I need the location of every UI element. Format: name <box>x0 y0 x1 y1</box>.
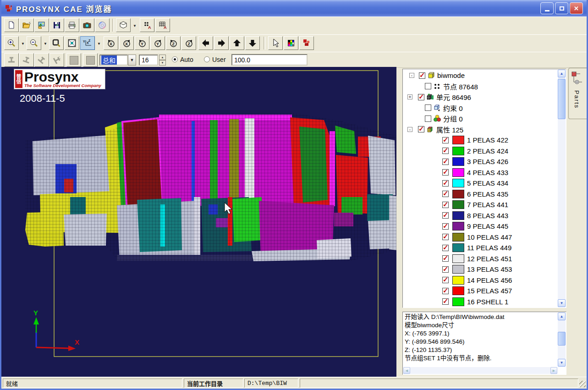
snapshot-button[interactable] <box>80 18 94 32</box>
property-row[interactable]: 13 PELAS 453 <box>404 264 557 275</box>
select-pointer-button[interactable] <box>268 36 283 50</box>
property-checkbox[interactable] <box>442 148 449 154</box>
property-label[interactable]: 14 PELAS 456 <box>467 276 512 284</box>
property-row[interactable]: 6 PELAS 435 <box>404 189 557 200</box>
rotate-z-cw-button[interactable]: Z <box>181 36 196 50</box>
import-image-button[interactable] <box>34 18 49 32</box>
expand-toggle[interactable]: - <box>407 127 412 132</box>
property-row[interactable]: 15 PELAS 457 <box>404 286 557 297</box>
tree-node-row[interactable]: + 单元 86496 <box>404 92 557 103</box>
fit-view-button[interactable] <box>65 36 79 50</box>
scroll-down-button[interactable]: ▼ <box>558 359 566 367</box>
property-label[interactable]: 7 PELAS 441 <box>467 201 508 209</box>
property-row[interactable]: 14 PELAS 456 <box>404 275 557 286</box>
zoom-out-dropdown[interactable]: ▼ <box>42 36 49 51</box>
user-radio[interactable] <box>204 56 210 62</box>
tree-scrollbar[interactable]: ▲ ▼ <box>558 70 566 307</box>
property-checkbox[interactable] <box>442 137 449 143</box>
scroll-right-button[interactable]: ▶ <box>550 367 557 374</box>
scroll-up-button[interactable]: ▲ <box>558 313 566 320</box>
tree-checkbox[interactable] <box>418 94 424 100</box>
pan-down-button[interactable] <box>245 36 260 50</box>
spin-up-icon[interactable]: ▲ <box>159 55 166 60</box>
property-checkbox[interactable] <box>442 234 449 240</box>
scrollbar-thumb[interactable] <box>558 332 566 346</box>
property-row[interactable]: 11 PELAS 449 <box>404 242 557 253</box>
result-type-combo-arrow[interactable]: ▼ <box>128 55 136 66</box>
property-checkbox[interactable] <box>442 202 449 208</box>
parts-tab[interactable]: Parts <box>568 68 587 119</box>
expand-toggle[interactable]: + <box>407 94 412 99</box>
property-checkbox[interactable] <box>442 277 449 283</box>
shade-mode-dropdown[interactable]: ▼ <box>131 18 138 33</box>
tree-checkbox[interactable] <box>418 126 424 132</box>
property-checkbox[interactable] <box>442 180 449 187</box>
tree-node-label[interactable]: 分组 0 <box>443 114 463 123</box>
pan-left-button[interactable] <box>198 36 213 50</box>
zoom-in-dropdown[interactable]: ▼ <box>19 36 27 51</box>
tree-node-label[interactable]: 属性 125 <box>436 125 463 134</box>
tree-checkbox[interactable] <box>425 83 431 89</box>
property-row[interactable]: 16 PSHELL 1 <box>404 297 557 308</box>
property-label[interactable]: 13 PELAS 453 <box>467 265 512 273</box>
rotate-x-ccw-button[interactable]: X <box>104 36 118 50</box>
property-label[interactable]: 10 PELAS 447 <box>467 233 512 241</box>
user-radio-label[interactable]: User <box>212 56 226 63</box>
new-file-button[interactable] <box>4 18 19 32</box>
pan-up-button[interactable] <box>230 36 244 50</box>
property-label[interactable]: 15 PELAS 457 <box>467 287 512 295</box>
property-row[interactable]: 7 PELAS 441 <box>404 199 557 210</box>
rotate-z-ccw-button[interactable]: Z <box>166 36 181 50</box>
shade-mode-button[interactable] <box>116 18 131 32</box>
property-label[interactable]: 12 PELAS 451 <box>467 255 512 263</box>
cd-export-button[interactable] <box>95 18 110 32</box>
property-label[interactable]: 8 PELAS 443 <box>467 212 508 220</box>
log-vscrollbar[interactable]: ▲ ▼ <box>558 313 566 367</box>
tree-checkbox[interactable] <box>425 104 431 111</box>
open-file-button[interactable] <box>19 18 34 32</box>
element-label-toggle-button[interactable]: A <box>155 18 170 32</box>
zoom-window-button[interactable] <box>49 36 64 50</box>
property-checkbox[interactable] <box>442 223 449 230</box>
property-checkbox[interactable] <box>442 159 449 165</box>
model-viewport[interactable]: Y X 普 信 Prosynx The Software Development… <box>1 67 396 377</box>
expand-toggle[interactable]: - <box>409 73 414 78</box>
tree-root-label[interactable]: biwmode <box>437 71 465 79</box>
property-checkbox[interactable] <box>442 191 449 197</box>
property-label[interactable]: 5 PELAS 434 <box>467 179 508 187</box>
prosynx-tool-button[interactable] <box>299 36 314 50</box>
view-orientation-button[interactable]: YXZ <box>80 36 95 50</box>
property-label[interactable]: 16 PSHELL 1 <box>467 298 508 306</box>
property-row[interactable]: 5 PELAS 434 <box>404 178 557 189</box>
property-row[interactable]: 2 PELAS 424 <box>404 146 557 157</box>
minimize-button[interactable] <box>540 2 554 14</box>
spin-down-icon[interactable]: ▼ <box>159 60 166 66</box>
tree-checkbox[interactable] <box>425 115 431 122</box>
tree-root-row[interactable]: - biwmode <box>404 70 557 81</box>
tree-node-row[interactable]: 约束 0 <box>404 103 557 114</box>
property-label[interactable]: 11 PELAS 449 <box>467 244 511 252</box>
parts-tab-label[interactable]: Parts <box>573 90 580 109</box>
color-palette-button[interactable] <box>284 36 298 50</box>
property-checkbox[interactable] <box>442 169 449 176</box>
property-row[interactable]: 9 PELAS 445 <box>404 221 557 232</box>
auto-radio-label[interactable]: Auto <box>180 56 193 63</box>
save-file-button[interactable] <box>49 18 64 32</box>
property-label[interactable]: 1 PELAS 422 <box>467 136 508 144</box>
print-button[interactable] <box>65 18 79 32</box>
tree-node-row[interactable]: - 属性 125 <box>404 124 557 135</box>
property-checkbox[interactable] <box>442 212 449 219</box>
tree-node-label[interactable]: 节点 87648 <box>443 82 478 91</box>
property-label[interactable]: 4 PELAS 433 <box>467 169 508 176</box>
log-hscrollbar[interactable]: ◀ ▶ <box>403 367 557 374</box>
property-label[interactable]: 2 PELAS 424 <box>467 147 508 155</box>
mode-number-spinner[interactable]: ▲ ▼ <box>159 55 166 66</box>
resize-grip[interactable] <box>579 381 586 387</box>
property-checkbox[interactable] <box>442 266 449 273</box>
property-row[interactable]: 3 PELAS 426 <box>404 156 557 167</box>
rotate-x-cw-button[interactable]: X <box>119 36 134 50</box>
property-checkbox[interactable] <box>442 255 449 262</box>
scroll-down-button[interactable]: ▼ <box>558 299 566 307</box>
tree-node-row[interactable]: 节点 87648 <box>404 81 557 92</box>
view-orientation-dropdown[interactable]: ▼ <box>95 36 103 51</box>
